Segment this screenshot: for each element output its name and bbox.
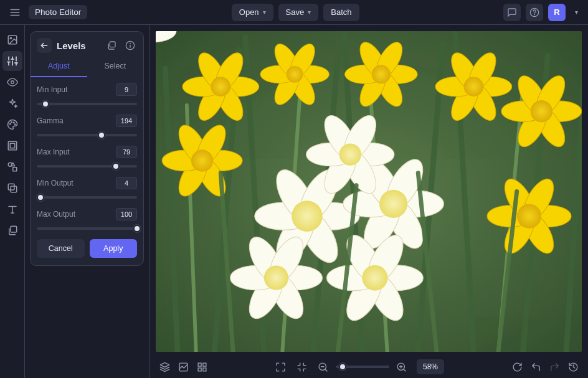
slider-value-input[interactable]: 194 xyxy=(116,115,137,127)
tab-select[interactable]: Select xyxy=(87,57,144,77)
tool-frame[interactable] xyxy=(2,136,22,156)
adjust-icon xyxy=(7,55,18,67)
zoom-in-icon xyxy=(396,362,407,372)
slider-label: Gamma xyxy=(37,116,64,125)
tool-adjust[interactable] xyxy=(2,51,22,71)
undo-icon xyxy=(531,362,541,372)
slider-value-input[interactable]: 100 xyxy=(116,208,137,220)
refresh-icon xyxy=(512,362,523,372)
open-button[interactable]: Open ▾ xyxy=(232,4,273,21)
compare-button[interactable] xyxy=(174,358,192,376)
tool-clone[interactable] xyxy=(2,220,22,240)
zoom-value[interactable]: 58% xyxy=(417,359,444,374)
slider-row: Min Input 9 xyxy=(37,83,137,108)
history-button[interactable] xyxy=(564,358,582,376)
batch-label: Batch xyxy=(331,7,351,17)
tool-text[interactable] xyxy=(2,199,22,219)
tool-paint[interactable] xyxy=(2,115,22,135)
bottombar: 58% xyxy=(149,356,588,378)
fit-button[interactable] xyxy=(293,358,311,376)
svg-rect-68 xyxy=(202,363,206,366)
slider-label: Max Output xyxy=(37,210,75,219)
svg-point-32 xyxy=(130,44,131,44)
svg-rect-67 xyxy=(198,363,201,366)
slider-track[interactable] xyxy=(37,162,137,171)
avatar-initial: R xyxy=(554,7,559,17)
panel-title: Levels xyxy=(57,40,100,51)
redo-icon xyxy=(549,362,560,372)
slider-label: Min Input xyxy=(37,85,67,94)
layers-button[interactable] xyxy=(156,358,173,376)
svg-point-57 xyxy=(379,190,407,218)
slider-row: Max Output 100 xyxy=(37,208,137,233)
redo-button[interactable] xyxy=(546,358,563,376)
svg-rect-24 xyxy=(12,168,16,171)
compare-icon xyxy=(178,362,189,372)
zoom-in-button[interactable] xyxy=(393,358,410,376)
svg-point-56 xyxy=(292,201,323,232)
copy-settings-button[interactable] xyxy=(105,39,118,52)
open-label: Open xyxy=(239,7,259,17)
palette-icon xyxy=(7,119,18,130)
hamburger-icon xyxy=(9,7,21,18)
comments-button[interactable] xyxy=(503,4,521,21)
tool-rail xyxy=(0,25,25,378)
slider-track[interactable] xyxy=(37,224,137,233)
slider-label: Max Input xyxy=(37,148,70,156)
frame-icon xyxy=(7,140,18,151)
tool-ai[interactable] xyxy=(2,93,22,113)
svg-point-16 xyxy=(11,81,14,84)
svg-point-59 xyxy=(264,266,288,290)
svg-point-50 xyxy=(287,66,303,83)
history-icon xyxy=(568,362,579,372)
tab-adjust[interactable]: Adjust xyxy=(31,57,87,77)
chevron-down-icon: ▾ xyxy=(263,9,266,16)
cancel-button[interactable]: Cancel xyxy=(37,239,85,258)
zoom-out-button[interactable] xyxy=(315,358,332,376)
account-menu-button[interactable]: ▾ xyxy=(571,4,582,21)
slider-track[interactable] xyxy=(37,131,137,139)
avatar[interactable]: R xyxy=(548,4,566,21)
menu-button[interactable] xyxy=(6,4,24,21)
svg-rect-70 xyxy=(202,367,206,371)
svg-point-58 xyxy=(339,143,361,165)
photo-icon xyxy=(7,34,18,45)
batch-button[interactable]: Batch xyxy=(323,4,359,21)
slider-value-input[interactable]: 4 xyxy=(116,177,137,189)
sparkle-icon xyxy=(7,98,18,109)
svg-point-53 xyxy=(464,77,484,97)
svg-rect-27 xyxy=(11,226,17,232)
refresh-button[interactable] xyxy=(508,358,526,376)
help-button[interactable] xyxy=(526,4,543,21)
save-label: Save xyxy=(286,7,305,17)
tool-visibility[interactable] xyxy=(2,72,22,92)
maximize-icon xyxy=(275,362,286,372)
svg-point-49 xyxy=(211,77,230,97)
svg-point-20 xyxy=(14,124,16,125)
levels-panel: Levels Adjust Select Min Input 9 Gamma 1 xyxy=(30,31,144,266)
slider-value-input[interactable]: 9 xyxy=(116,83,137,96)
back-button[interactable] xyxy=(37,38,52,53)
tool-photo[interactable] xyxy=(2,30,22,50)
fullscreen-button[interactable] xyxy=(272,358,290,376)
overlay-icon xyxy=(7,182,18,194)
undo-button[interactable] xyxy=(527,358,544,376)
image-canvas[interactable] xyxy=(156,31,582,352)
slider-track[interactable] xyxy=(37,193,137,202)
slider-track[interactable] xyxy=(37,100,137,108)
tool-shapes[interactable] xyxy=(2,157,22,177)
svg-line-72 xyxy=(325,369,327,371)
panel-info-button[interactable] xyxy=(123,39,137,52)
zoom-slider[interactable] xyxy=(336,362,389,371)
grid-icon xyxy=(197,362,207,372)
svg-rect-25 xyxy=(8,184,14,190)
svg-rect-29 xyxy=(110,42,115,47)
slider-value-input[interactable]: 79 xyxy=(116,146,137,158)
svg-point-54 xyxy=(531,100,552,122)
tool-overlay[interactable] xyxy=(2,178,22,198)
save-button[interactable]: Save ▾ xyxy=(278,4,319,21)
svg-point-18 xyxy=(11,121,12,123)
slider-row: Max Input 79 xyxy=(37,146,137,171)
apply-button[interactable]: Apply xyxy=(90,239,138,258)
grid-button[interactable] xyxy=(193,358,211,376)
